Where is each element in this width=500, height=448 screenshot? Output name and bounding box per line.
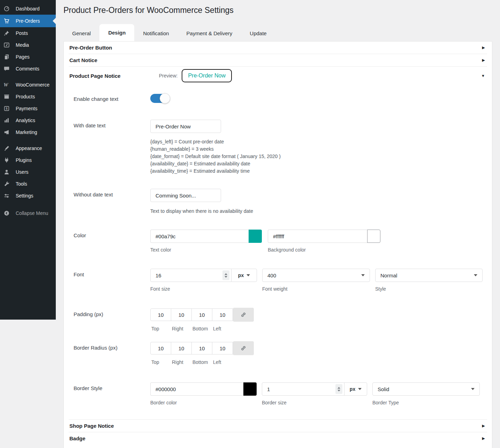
toggle-knob [160,93,170,104]
woocommerce-icon: W [3,82,13,88]
radius-left-input[interactable] [212,342,233,354]
accordion-pre-order-button[interactable]: Pre-Order Button ▶ [64,42,492,54]
chevron-down-icon [358,388,362,390]
field-label: Border Style [69,382,150,405]
link-values-button[interactable] [233,341,254,355]
quad-caption: Left [212,326,233,331]
sidebar-item-analytics[interactable]: Analytics [0,114,56,126]
help-line: {date_format} = Default site date format… [150,153,486,160]
sliders-icon [3,193,13,199]
sidebar-item-label: Posts [16,30,28,36]
field-caption: Border color [150,400,257,405]
sidebar-item-collapse-menu[interactable]: Collapse Menu [0,207,56,219]
radius-right-input[interactable] [171,342,192,354]
select-value: Solid [378,386,389,392]
sidebar-item-settings[interactable]: Settings [0,190,56,202]
font-size-unit-select[interactable]: px [231,269,257,282]
sidebar-item-woocommerce[interactable]: W WooCommerce [0,79,56,91]
border-size-input[interactable] [262,382,344,396]
brush-icon [3,145,13,151]
help-line: {availability_date} = Estimated availabi… [150,160,486,167]
quad-caption: Right [171,359,191,365]
accordion-badge[interactable]: Badge ▶ [64,432,492,445]
radius-bottom-input[interactable] [191,342,212,354]
megaphone-icon [3,129,13,135]
text-color-input[interactable] [150,230,249,243]
padding-right-input[interactable] [171,308,192,321]
chevron-down-icon [247,274,250,276]
sidebar-item-label: WooCommerce [16,82,50,88]
sidebar-item-marketing[interactable]: Marketing [0,126,56,138]
sidebar-item-plugins[interactable]: Plugins [0,154,56,166]
padding-bottom-input[interactable] [191,308,212,321]
field-caption: Font size [150,286,257,292]
without-date-text-input[interactable] [150,189,221,202]
section-title: Shop Page Notice [69,423,114,429]
number-stepper[interactable] [222,270,229,280]
collapse-icon [3,210,13,216]
border-type-select[interactable]: Solid [372,382,480,396]
tab-general[interactable]: General [63,25,99,41]
sidebar-item-posts[interactable]: Posts [0,27,56,39]
sidebar-item-tools[interactable]: Tools [0,178,56,190]
sidebar-item-appearance[interactable]: Appearance [0,142,56,154]
sidebar-separator [0,75,56,79]
link-values-button[interactable] [233,308,254,322]
background-color-swatch[interactable] [367,230,380,243]
tab-payment-delivery[interactable]: Payment & Delivery [178,25,241,41]
font-style-select[interactable]: Normal [375,269,483,282]
active-item-arrow [53,18,56,24]
sidebar-item-label: Pages [16,54,30,60]
tab-design[interactable]: Design [99,24,134,41]
with-date-text-input[interactable] [150,120,221,133]
accordion-product-page-notice[interactable]: Product Page Notice Preview: Pre-Order N… [64,67,492,83]
accordion-shop-page-notice[interactable]: Shop Page Notice ▶ [64,420,492,432]
padding-top-input[interactable] [150,308,171,321]
plug-icon [3,157,13,163]
border-color-input[interactable] [150,382,243,396]
sidebar-item-label: Payments [16,106,37,111]
tab-notification[interactable]: Notification [134,25,177,41]
preview-button: Pre-Order Now [182,69,232,82]
sidebar-item-payments[interactable]: $ Payments [0,103,56,114]
sidebar-item-users[interactable]: Users [0,166,56,178]
sidebar-item-dashboard[interactable]: Dashboard [0,3,56,15]
sidebar-item-label: Settings [16,193,33,199]
field-label: Enable change text [69,93,150,103]
unit-value: px [350,386,355,392]
number-stepper[interactable] [335,384,342,394]
sidebar-item-pre-orders[interactable]: Pre-Orders [0,15,56,27]
tab-bar: General Design Notification Payment & De… [63,24,500,41]
chevron-down-icon [471,388,475,390]
field-label: With date text [69,120,150,175]
field-label: Without date text [69,189,150,215]
border-color-swatch[interactable] [243,382,257,396]
enable-change-text-toggle[interactable] [150,94,169,103]
card-bottom-spacer [64,445,492,448]
sidebar-item-comments[interactable]: Comments [0,63,56,75]
sidebar-separator [0,202,56,206]
accordion-cart-notice[interactable]: Cart Notice ▶ [64,54,492,66]
font-weight-select[interactable]: 400 [262,269,370,282]
unit-value: px [238,272,244,278]
background-color-input[interactable] [268,230,367,243]
field-caption: Text color [150,247,262,253]
section-title: Cart Notice [69,57,97,63]
text-color-swatch[interactable] [249,230,262,243]
select-value: 400 [267,272,276,278]
chevron-down-icon [361,274,365,276]
sidebar-item-pages[interactable]: Pages [0,51,56,63]
svg-text:$: $ [6,107,7,110]
font-size-input[interactable] [150,269,232,282]
padding-left-input[interactable] [212,308,233,321]
sidebar-item-label: Media [16,42,29,48]
radius-top-input[interactable] [150,342,171,354]
sidebar-separator [0,138,56,142]
quad-caption: Bottom [191,359,212,365]
sidebar-item-media[interactable]: Media [0,39,56,51]
sidebar-item-products[interactable]: Products [0,91,56,103]
tab-update[interactable]: Update [241,25,275,41]
select-value: Normal [380,272,397,278]
wrench-icon [3,181,13,187]
border-size-unit-select[interactable]: px [344,382,367,396]
